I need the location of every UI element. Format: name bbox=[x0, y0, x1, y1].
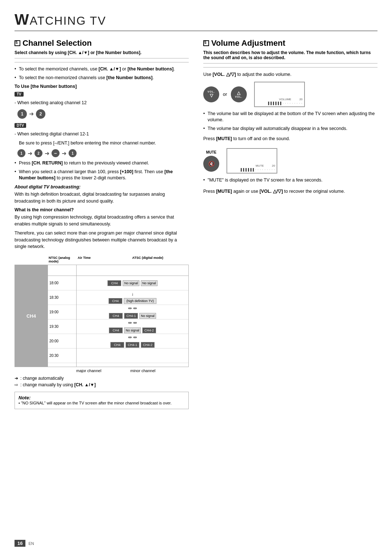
atsc-r4-c3: CH4-2 bbox=[142, 327, 156, 333]
mute-bar-dots: ▌▌▌▌▌▌· · · · · · · · · bbox=[238, 168, 275, 171]
digital-label: - When selecting digital channel 12-1 bbox=[15, 131, 189, 138]
atsc-header bbox=[77, 265, 188, 276]
press-mute-label: Press [MUTE] to turn off and on the soun… bbox=[203, 135, 377, 142]
airtime-column: 18:00 18:30 19:00 19:30 20:00 20:30 bbox=[48, 265, 77, 367]
mute-screen-label: MUTE 20 bbox=[238, 164, 275, 167]
time-1930: 19:30 bbox=[48, 319, 76, 334]
vol-down-btn: VOL. ▽ bbox=[203, 86, 219, 102]
time-2030: 20:30 bbox=[48, 349, 76, 363]
page-header: WATCHING TV bbox=[15, 11, 377, 31]
channel-table: CH4 18:00 18:30 19:00 19:30 20:00 20:30 bbox=[15, 265, 189, 367]
press-mute-again: Press [MUTE] again or use [VOL. △/▽] to … bbox=[203, 188, 377, 195]
time-1830: 18:30 bbox=[48, 290, 76, 305]
note-text: • "NO SIGNAL" will appear on the TV scre… bbox=[19, 400, 185, 406]
d-arrow-2: ➜ bbox=[45, 150, 49, 157]
atsc-row-1: CH4 No signal No signal bbox=[77, 276, 188, 290]
time-2000: 20:00 bbox=[48, 334, 76, 349]
header-title-rest: ATCHING TV bbox=[30, 14, 106, 27]
arrow-1: ➜ bbox=[29, 110, 34, 117]
mute-label: MUTE bbox=[206, 150, 216, 154]
d-btn-1: 1 bbox=[17, 149, 25, 157]
atsc-r4-c2: No signal bbox=[124, 327, 141, 333]
minor-channel-label: minor channel bbox=[130, 368, 155, 373]
channel-subtitle: Select channels by using [CH. ▲/▼] or [t… bbox=[15, 50, 189, 58]
minor-channel-title: What is the minor channel? bbox=[15, 207, 189, 212]
volume-adjustment-section: Volume Adjustment This section describes… bbox=[203, 38, 377, 409]
vol-btn-group: VOL. ▽ or △ VOL. bbox=[203, 86, 247, 102]
atsc-header-label: ATSC (digital mode) bbox=[132, 256, 163, 260]
atsc-r1-c1: CH4 bbox=[107, 280, 121, 286]
volume-section-title-text: Volume Adjustment bbox=[211, 38, 285, 48]
atsc-r5-c3: CH4-2 bbox=[141, 342, 155, 348]
volume-checkbox-icon bbox=[203, 40, 209, 46]
use-number-heading: To Use [the Number buttons] bbox=[15, 84, 189, 89]
d-btn-2: 2 bbox=[34, 149, 42, 157]
legend-manual-text: : change manually by using [CH. ▲/▼] bbox=[20, 382, 96, 387]
d-arrow-3: ➜ bbox=[62, 150, 66, 157]
major-channel-label: major channel bbox=[76, 368, 101, 373]
ch-btn-2: 2 bbox=[36, 109, 45, 119]
atsc-r5-c1: CH4 bbox=[110, 342, 124, 348]
atsc-r4-c1: CH4 bbox=[109, 327, 123, 333]
channel-selection-section: Channel Selection Select channels by usi… bbox=[15, 38, 189, 409]
vol-bullet-2: The volume bar display will automaticall… bbox=[203, 126, 377, 132]
diagram-legend: ➜ : change automatically ⇨ : change manu… bbox=[15, 376, 189, 387]
minor-channel-text2: Therefore, you can select more than one … bbox=[15, 230, 189, 250]
vol-screen-label: VOLUME 20 bbox=[265, 98, 302, 101]
atsc-r3-c3: No signal bbox=[139, 313, 156, 319]
note-title: Note: bbox=[19, 395, 185, 400]
channel-section-title-text: Channel Selection bbox=[23, 38, 92, 48]
ntsc-header-label: NTSC (analog mode) bbox=[49, 256, 70, 263]
d-btn-dash: – bbox=[52, 149, 60, 157]
atsc-arrow-down: ↓ bbox=[131, 292, 134, 297]
time-1900: 19:00 bbox=[48, 305, 76, 319]
digital-note: Be sure to press [–/ENT.] before enterin… bbox=[15, 140, 189, 147]
atsc-row-2: ↓ CH4 (high definition TV) bbox=[77, 290, 188, 305]
atsc-r5-c2: CH4-1 bbox=[126, 342, 139, 348]
mute-btn: 🔇 bbox=[203, 156, 219, 172]
atsc-r2-c2: (high definition TV) bbox=[124, 298, 156, 304]
atsc-r4-arrows: ⇔ ⇔ bbox=[128, 320, 136, 325]
dtv-badge: DTV bbox=[15, 123, 26, 128]
about-dtv-title: About digital TV broadcasting: bbox=[15, 184, 189, 190]
legend-auto-text: : change automatically bbox=[20, 376, 64, 381]
volume-section-title: Volume Adjustment bbox=[203, 38, 377, 48]
volume-subtitle: This section describes how to adjust the… bbox=[203, 50, 377, 64]
analog-label: - When selecting analog channel 12 bbox=[15, 99, 189, 106]
page-footer: 16 EN bbox=[15, 540, 34, 547]
tv-badge: TV bbox=[15, 92, 24, 97]
atsc-r3-c1: CH4 bbox=[109, 313, 123, 319]
atsc-row-4: ⇔ ⇔ CH4 No signal CH4-2 bbox=[77, 319, 188, 334]
minor-channel-text1: By using high compression technology, di… bbox=[15, 214, 189, 228]
mute-section: MUTE 🔇 MUTE 20 ▌▌▌▌▌▌· · · · · · · · · bbox=[203, 148, 377, 174]
d-arrow-1: ➜ bbox=[28, 150, 32, 157]
atsc-r3-arrows: ⇔ ⇔ bbox=[128, 306, 136, 311]
legend-auto-icon: ➜ bbox=[15, 376, 18, 381]
channel-diagram-section: NTSC (analog mode) Air Time ATSC (digita… bbox=[15, 256, 189, 373]
mute-icon: 🔇 bbox=[208, 161, 215, 167]
channel-section-title: Channel Selection bbox=[15, 38, 189, 48]
vol-screen: VOLUME 20 ▌▌▌▌▌▌· · · · · · · · · bbox=[254, 82, 305, 107]
mute-bullet-1: "MUTE" is displayed on the TV screen for… bbox=[203, 177, 377, 184]
press-100: When you select a channel larger than 10… bbox=[15, 169, 189, 182]
airtime-header-label: Air Time bbox=[78, 256, 91, 260]
vol-bullet-1: The volume bar will be displayed at the … bbox=[203, 111, 377, 123]
atsc-row-3: ⇔ ⇔ CH4 CH4-1 No signal bbox=[77, 305, 188, 319]
atsc-row-5: ⇔ ⇔ CH4 CH4-1 CH4-2 bbox=[77, 334, 188, 349]
page-lang: EN bbox=[28, 541, 34, 546]
press-ch-return: Press [CH. RETURN] to return to the prev… bbox=[15, 160, 189, 167]
atsc-r1-c3: No signal bbox=[141, 280, 158, 286]
analog-diagram: 1 ➜ 2 bbox=[17, 109, 189, 119]
time-1800: 18:00 bbox=[48, 276, 76, 290]
note-box: Note: • "NO SIGNAL" will appear on the T… bbox=[15, 392, 189, 409]
mute-diagram: MUTE 🔇 MUTE 20 ▌▌▌▌▌▌· · · · · · · · · bbox=[203, 148, 377, 174]
header-w: W bbox=[15, 11, 30, 28]
atsc-row-6 bbox=[77, 349, 188, 363]
atsc-r5-arrows: ⇔ ⇔ bbox=[128, 335, 136, 340]
channel-bullet-1: To select the memorized channels, use [C… bbox=[15, 66, 189, 73]
page-number: 16 bbox=[15, 540, 25, 547]
legend-manual: ⇨ : change manually by using [CH. ▲/▼] bbox=[15, 382, 189, 387]
airtime-header bbox=[48, 265, 76, 276]
atsc-column: CH4 No signal No signal ↓ CH4 (high defi… bbox=[77, 265, 188, 367]
digital-diagram: 1 ➜ 2 ➜ – ➜ 1 bbox=[17, 149, 189, 157]
